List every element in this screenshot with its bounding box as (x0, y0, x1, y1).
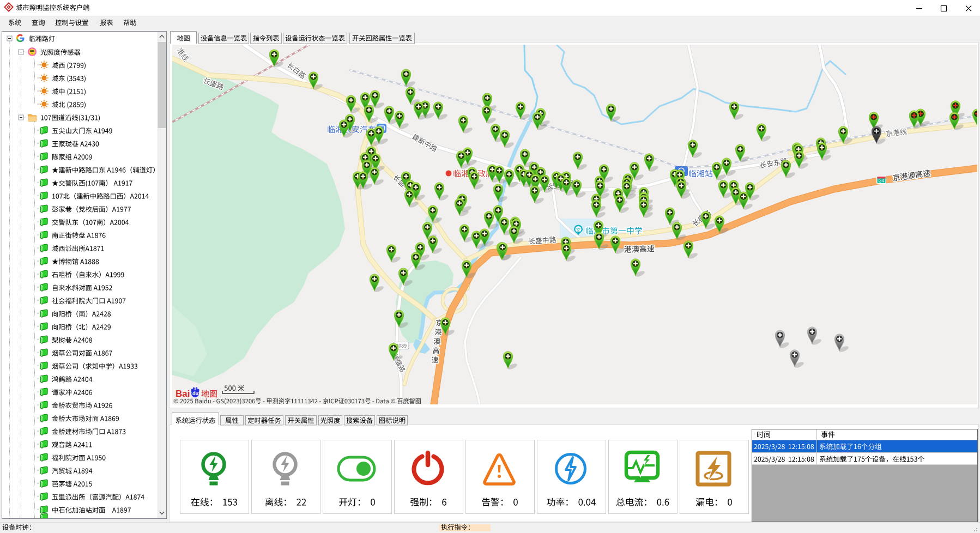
svg-text:Bai: Bai (176, 389, 190, 399)
svg-text:du: du (192, 391, 198, 396)
